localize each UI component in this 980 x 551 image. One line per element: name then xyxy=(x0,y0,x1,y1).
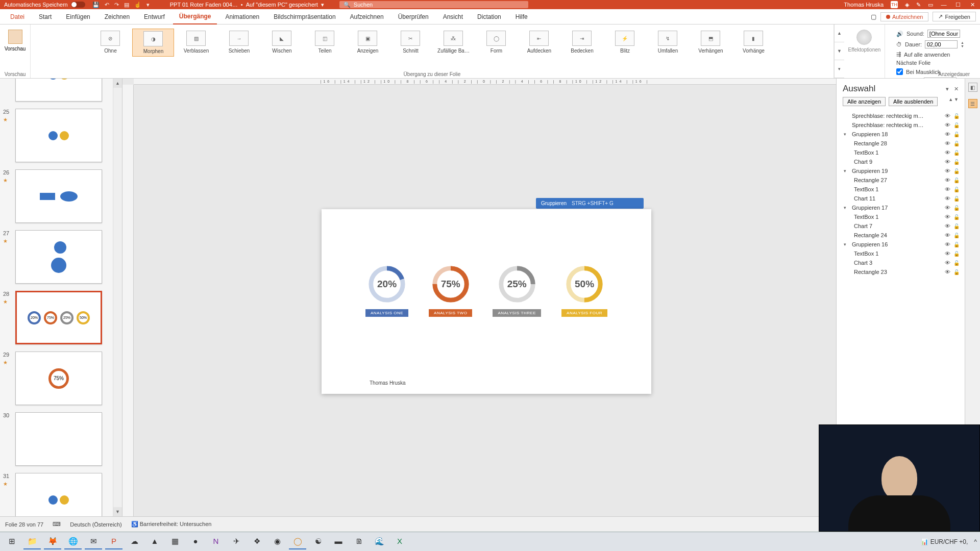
lock-icon[interactable]: 🔓 xyxy=(953,223,960,229)
transition-form[interactable]: ◯Form xyxy=(475,29,517,57)
start-button[interactable]: ⊞ xyxy=(3,534,20,549)
document-title[interactable]: PPT 01 Roter Faden 004…• Auf "diesem PC"… xyxy=(170,2,324,8)
transition-zufällige ba…[interactable]: ⁂Zufällige Ba… xyxy=(432,29,474,57)
visibility-icon[interactable]: 👁 xyxy=(945,122,950,128)
save-icon[interactable]: 💾 xyxy=(92,2,100,8)
qat-more-icon[interactable]: ▾ xyxy=(146,2,150,8)
lock-icon[interactable]: 🔓 xyxy=(953,251,960,257)
lock-icon[interactable]: 🔓 xyxy=(953,242,960,247)
present-icon[interactable]: ▤ xyxy=(124,2,129,8)
lock-icon[interactable]: 🔓 xyxy=(953,178,960,183)
visibility-icon[interactable]: 👁 xyxy=(945,131,950,137)
slide-thumb-30[interactable]: 30 xyxy=(15,412,109,466)
show-all-button[interactable]: Alle anzeigen xyxy=(843,97,886,106)
tab-design[interactable]: Entwurf xyxy=(138,9,171,24)
gallery-up-icon[interactable]: ▲ xyxy=(835,24,844,42)
visibility-icon[interactable]: 👁 xyxy=(945,186,950,192)
selection-pane-icon[interactable]: ☰ xyxy=(968,99,977,108)
transition-morphen[interactable]: ◑Morphen xyxy=(132,29,174,57)
tab-insert[interactable]: Einfügen xyxy=(60,9,96,24)
donut-analysis-one[interactable]: 20%ANALYSIS ONE xyxy=(365,264,408,317)
drawing-icon[interactable]: ✎ xyxy=(916,2,921,8)
visibility-icon[interactable]: 👁 xyxy=(945,214,950,220)
preview-button[interactable]: Vorschau xyxy=(4,27,27,52)
tab-draw[interactable]: Zeichnen xyxy=(99,9,136,24)
chevron-down-icon[interactable]: ▾ xyxy=(844,242,849,247)
stock-ticker[interactable]: 📊 EUR/CHF +0, xyxy=(921,538,968,545)
telegram-icon[interactable]: ✈ xyxy=(228,534,245,549)
explorer-icon[interactable]: 📁 xyxy=(23,534,41,549)
obs-icon[interactable]: ◉ xyxy=(268,534,286,549)
slide-thumb-25[interactable]: 25★ xyxy=(15,109,109,162)
selection-item[interactable]: ▾Gruppieren 16👁🔓 xyxy=(837,240,965,249)
visibility-icon[interactable]: 👁 xyxy=(945,113,950,119)
visibility-icon[interactable]: 👁 xyxy=(945,159,950,165)
selection-item[interactable]: TextBox 1👁🔓 xyxy=(837,212,965,221)
selection-item[interactable]: Sprechblase: rechteckig m…👁🔓 xyxy=(837,111,965,120)
selection-item[interactable]: Chart 11👁🔓 xyxy=(837,194,965,203)
search-box[interactable]: 🔍 Suchen xyxy=(339,1,528,8)
slide-counter[interactable]: Folie 28 von 77 xyxy=(5,521,43,528)
visibility-icon[interactable]: 👁 xyxy=(945,177,950,183)
user-avatar[interactable]: TH xyxy=(891,1,898,8)
transition-verhängen[interactable]: ⬒Verhängen xyxy=(690,29,731,57)
visibility-icon[interactable]: 👁 xyxy=(945,223,950,229)
sound-row[interactable]: 🔊 Sound: xyxy=(896,30,969,38)
selection-item[interactable]: ▾Gruppieren 17👁🔓 xyxy=(837,203,965,212)
app3-icon[interactable]: ● xyxy=(187,534,204,549)
visibility-icon[interactable]: 👁 xyxy=(945,168,950,174)
lock-icon[interactable]: 🔓 xyxy=(953,122,960,128)
lock-icon[interactable]: 🔓 xyxy=(953,159,960,165)
tab-transitions[interactable]: Übergänge xyxy=(173,9,217,24)
lock-icon[interactable]: 🔓 xyxy=(953,196,960,202)
donut-analysis-two[interactable]: 75%ANALYSIS TWO xyxy=(429,264,472,317)
firefox-icon[interactable]: 🦊 xyxy=(44,534,61,549)
pane-close-icon[interactable]: ✕ xyxy=(954,86,959,92)
lock-icon[interactable]: 🔓 xyxy=(953,187,960,192)
tab-animations[interactable]: Animationen xyxy=(219,9,265,24)
tab-help[interactable]: Hilfe xyxy=(509,9,534,24)
sound-select[interactable] xyxy=(927,30,960,38)
excel-icon[interactable]: X xyxy=(391,534,408,549)
lock-icon[interactable]: 🔓 xyxy=(953,150,960,156)
visibility-icon[interactable]: 👁 xyxy=(945,251,950,257)
selection-item[interactable]: Rectangle 27👁🔓 xyxy=(837,176,965,185)
thumbnail-scrollbar[interactable]: ▲ ▼ xyxy=(113,79,122,516)
app-icon[interactable]: ☁ xyxy=(126,534,143,549)
lock-icon[interactable]: 🔓 xyxy=(953,269,960,275)
touch-icon[interactable]: ☝ xyxy=(134,2,141,8)
redo-icon[interactable]: ↷ xyxy=(114,2,119,8)
selection-item[interactable]: Chart 9👁🔓 xyxy=(837,157,965,166)
scroll-down-icon[interactable]: ▼ xyxy=(113,507,122,516)
outlook-icon[interactable]: ✉ xyxy=(85,534,102,549)
chrome-icon[interactable]: 🌐 xyxy=(64,534,82,549)
powerpoint-icon[interactable]: P xyxy=(105,534,122,549)
app6-icon[interactable]: ☯ xyxy=(309,534,327,549)
selection-item[interactable]: Rectangle 28👁🔓 xyxy=(837,139,965,148)
selection-item[interactable]: ▾Gruppieren 19👁🔓 xyxy=(837,166,965,176)
visibility-icon[interactable]: 👁 xyxy=(945,205,950,211)
slide-thumb-27[interactable]: 27★ xyxy=(15,230,109,284)
visibility-icon[interactable]: 👁 xyxy=(945,232,950,238)
language-indicator[interactable]: Deutsch (Österreich) xyxy=(70,521,121,528)
selection-item[interactable]: Sprechblase: rechteckig m…👁🔓 xyxy=(837,120,965,130)
slide-thumb-28[interactable]: 28★20%75%25%50% xyxy=(15,291,109,344)
share-button[interactable]: ↗Freigeben xyxy=(933,12,976,21)
window-layout-icon[interactable]: ▭ xyxy=(928,2,933,8)
selection-item[interactable]: TextBox 1👁🔓 xyxy=(837,249,965,258)
selection-item[interactable]: Chart 3👁🔓 xyxy=(837,258,965,267)
app8-icon[interactable]: 🗎 xyxy=(350,534,368,549)
undo-icon[interactable]: ↶ xyxy=(105,2,109,8)
transition-umfallen[interactable]: ↯Umfallen xyxy=(647,29,689,57)
lock-icon[interactable]: 🔓 xyxy=(953,233,960,238)
transition-teilen[interactable]: ◫Teilen xyxy=(304,29,346,57)
donut-analysis-three[interactable]: 25%ANALYSIS THREE xyxy=(493,264,541,317)
transition-anzeigen[interactable]: ▣Anzeigen xyxy=(347,29,388,57)
transition-wischen[interactable]: ◣Wischen xyxy=(261,29,303,57)
selection-item[interactable]: Rectangle 24👁🔓 xyxy=(837,231,965,240)
record-button[interactable]: Aufzeichnen xyxy=(880,12,929,21)
chevron-down-icon[interactable]: ▾ xyxy=(844,205,849,210)
pane-dropdown-icon[interactable]: ▾ xyxy=(946,86,949,92)
chevron-down-icon[interactable]: ▾ xyxy=(844,132,849,137)
lock-icon[interactable]: 🔓 xyxy=(953,260,960,266)
